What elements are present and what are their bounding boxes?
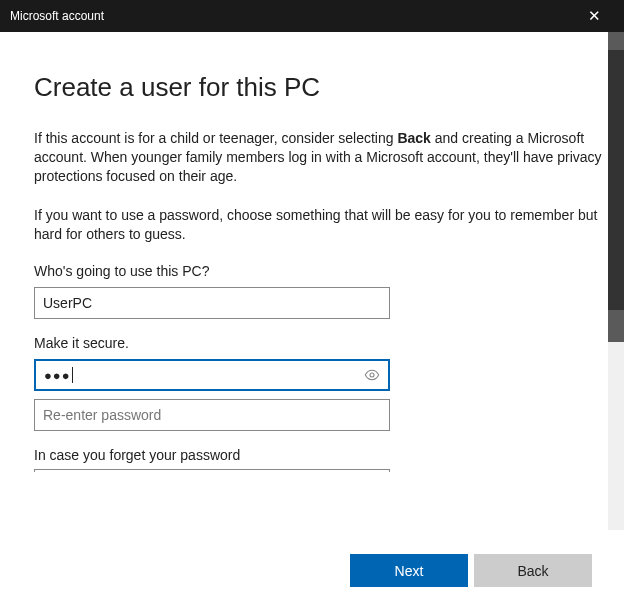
para1-pre: If this account is for a child or teenag… [34, 130, 397, 146]
forgot-password-label: In case you forget your password [34, 447, 608, 463]
password-field[interactable]: ●●● [34, 359, 390, 391]
scrollbar-thumb[interactable] [608, 50, 624, 310]
window-title: Microsoft account [10, 9, 574, 23]
vertical-scrollbar[interactable] [608, 32, 624, 530]
page-title: Create a user for this PC [34, 72, 608, 103]
content-wrapper: Create a user for this PC If this accoun… [0, 32, 624, 530]
password-masked: ●●● [44, 368, 71, 383]
para1-bold: Back [397, 130, 430, 146]
reveal-password-icon[interactable] [364, 367, 380, 383]
security-question-field-cutoff[interactable] [34, 469, 390, 472]
reenter-password-field[interactable]: Re-enter password [34, 399, 390, 431]
content: Create a user for this PC If this accoun… [0, 32, 608, 530]
username-field[interactable]: UserPC [34, 287, 390, 319]
reenter-placeholder: Re-enter password [43, 407, 161, 423]
intro-paragraph-1: If this account is for a child or teenag… [34, 129, 608, 186]
username-label: Who's going to use this PC? [34, 263, 608, 279]
intro-paragraph-2: If you want to use a password, choose so… [34, 206, 608, 244]
next-button[interactable]: Next [350, 554, 468, 587]
button-bar: Next Back [350, 554, 592, 587]
text-caret [72, 367, 73, 383]
titlebar: Microsoft account ✕ [0, 0, 624, 32]
svg-point-0 [370, 373, 374, 377]
back-button[interactable]: Back [474, 554, 592, 587]
username-value: UserPC [43, 295, 92, 311]
close-icon[interactable]: ✕ [574, 0, 614, 32]
password-section-label: Make it secure. [34, 335, 608, 351]
